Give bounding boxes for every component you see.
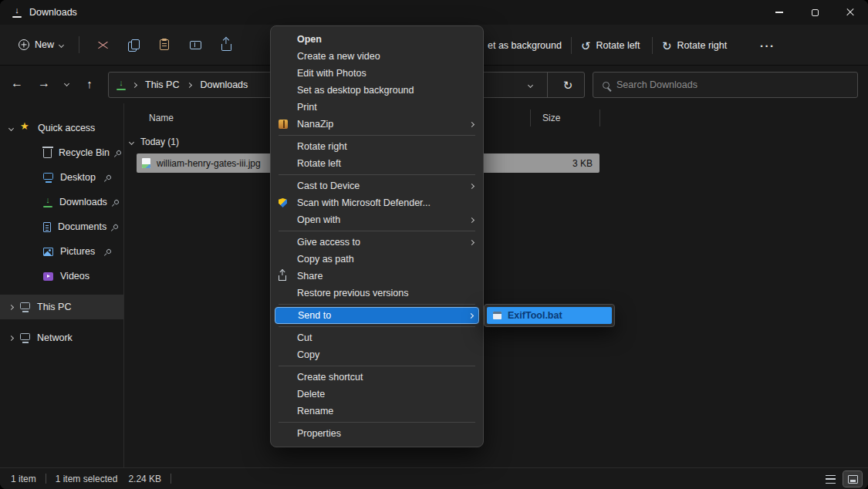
menu-item-edit-with-photos[interactable]: Edit with Photos [271, 65, 483, 82]
minimize-button[interactable] [762, 0, 797, 25]
menu-item-create-shortcut[interactable]: Create shortcut [271, 369, 483, 386]
menu-item-print[interactable]: Print [271, 99, 483, 116]
new-button[interactable]: New [11, 34, 71, 56]
sidebar-item-recycle-bin[interactable]: Recycle Bin [0, 140, 123, 165]
paste-icon [160, 39, 169, 50]
menu-item-set-as-desktop-background[interactable]: Set as desktop background [271, 82, 483, 99]
menu-gutter [279, 120, 297, 129]
menu-item-rotate-right[interactable]: Rotate right [271, 138, 483, 155]
menu-item-rotate-left[interactable]: Rotate left [271, 155, 483, 172]
submenu-arrow-icon [469, 121, 475, 126]
menu-item-scan-with-microsoft-defender[interactable]: Scan with Microsoft Defender... [271, 194, 483, 211]
sidebar-item-label: Pictures [60, 246, 95, 257]
sidebar-item-quick-access[interactable]: Quick access [0, 116, 123, 140]
rotate-right-button[interactable]: Rotate right [662, 32, 727, 59]
set-as-background-button[interactable]: et as background [488, 32, 562, 59]
menu-item-share[interactable]: Share [271, 268, 483, 285]
large-icons-view-button[interactable] [843, 471, 862, 487]
menu-item-cut[interactable]: Cut [271, 329, 483, 346]
sidebar-item-desktop[interactable]: Desktop [0, 165, 123, 190]
quick-access-star-icon [20, 123, 31, 133]
breadcrumb-downloads[interactable]: Downloads [198, 78, 249, 92]
batch-file-icon [493, 312, 502, 319]
share-button[interactable] [211, 32, 241, 58]
menu-item-label: Delete [297, 389, 474, 400]
sidebar-item-videos[interactable]: Videos [0, 264, 123, 288]
maximize-button[interactable] [797, 0, 833, 25]
toolbar-divider [79, 36, 79, 53]
desktop-icon [43, 173, 53, 180]
column-divider[interactable] [530, 110, 531, 126]
menu-item-give-access-to[interactable]: Give access to [271, 234, 483, 251]
status-bar: 1 item 1 item selected 2.24 KB [0, 467, 868, 489]
more-options-icon [760, 39, 775, 52]
back-button[interactable] [5, 71, 29, 96]
menu-item-nanazip[interactable]: NanaZip [271, 116, 483, 133]
recycle-bin-icon [43, 149, 52, 158]
sidebar-item-documents[interactable]: Documents [0, 214, 123, 239]
breadcrumb-this-pc[interactable]: This PC [144, 78, 181, 92]
menu-item-label: Create shortcut [297, 372, 474, 383]
column-header-size[interactable]: Size [542, 113, 560, 123]
menu-item-copy[interactable]: Copy [271, 346, 483, 363]
pin-icon [106, 248, 112, 255]
copy-icon [128, 39, 139, 50]
menu-item-delete[interactable]: Delete [271, 386, 483, 403]
menu-item-properties[interactable]: Properties [271, 425, 483, 442]
menu-separator [279, 304, 475, 305]
up-button[interactable] [78, 71, 101, 96]
rotate-left-icon [581, 40, 591, 52]
group-header-today[interactable]: Today (1) [130, 137, 179, 147]
menu-item-label: Set as desktop background [297, 85, 474, 96]
rename-button[interactable] [180, 32, 211, 58]
sidebar-item-pictures[interactable]: Pictures [0, 239, 123, 264]
item-count: 1 item [11, 474, 36, 484]
submenu-item-exiftool-bat[interactable]: ExifTool.bat [487, 307, 612, 324]
recent-locations-button[interactable] [57, 71, 76, 96]
cut-icon [97, 40, 109, 50]
window-title: Downloads [29, 7, 77, 18]
sidebar-item-label: Videos [60, 271, 90, 282]
file-name: william-henry-gates-iii.jpg [157, 158, 261, 169]
search-input[interactable] [616, 79, 848, 90]
copy-button[interactable] [118, 32, 149, 58]
sidebar-item-downloads[interactable]: Downloads [0, 190, 123, 214]
sidebar-item-this-pc[interactable]: This PC [0, 295, 123, 319]
pin-icon [116, 150, 122, 156]
refresh-icon [563, 79, 573, 91]
file-explorer-window: Downloads New et as background Rotate le… [0, 0, 868, 489]
context-menu: Open Create a new video Edit with Photos… [270, 25, 484, 447]
expand-chevron-icon [8, 125, 14, 130]
paste-button[interactable] [149, 32, 180, 58]
menu-separator [279, 231, 475, 231]
refresh-button[interactable] [555, 73, 581, 97]
menu-item-label: Scan with Microsoft Defender... [297, 197, 474, 208]
sidebar-item-network[interactable]: Network [0, 325, 123, 350]
column-divider[interactable] [599, 110, 600, 126]
menu-item-label: Share [297, 271, 474, 282]
cut-button[interactable] [87, 32, 118, 58]
menu-item-open[interactable]: Open [271, 31, 483, 48]
menu-item-create-a-new-video[interactable]: Create a new video [271, 48, 483, 65]
set-as-background-label: et as background [488, 40, 562, 51]
share-icon [279, 275, 286, 281]
address-dropdown-icon[interactable] [528, 82, 533, 87]
menu-item-rename[interactable]: Rename [271, 403, 483, 420]
menu-item-copy-as-path[interactable]: Copy as path [271, 251, 483, 268]
rotate-left-button[interactable]: Rotate left [581, 32, 640, 59]
up-icon [86, 77, 93, 90]
menu-separator [279, 174, 475, 175]
menu-item-label: Open [297, 34, 474, 45]
menu-item-cast-to-device[interactable]: Cast to Device [271, 177, 483, 194]
menu-item-restore-previous-versions[interactable]: Restore previous versions [271, 285, 483, 302]
toolbar-divider [652, 37, 653, 54]
menu-item-send-to[interactable]: Send to [275, 307, 479, 324]
see-more-button[interactable] [760, 32, 775, 59]
column-header-name[interactable]: Name [149, 113, 174, 123]
details-view-button[interactable] [821, 471, 839, 487]
menu-item-open-with[interactable]: Open with [271, 211, 483, 228]
maximize-icon [812, 9, 819, 16]
forward-button[interactable] [32, 71, 56, 96]
close-button[interactable] [833, 0, 868, 25]
selection-summary: 1 item selected [56, 474, 118, 484]
